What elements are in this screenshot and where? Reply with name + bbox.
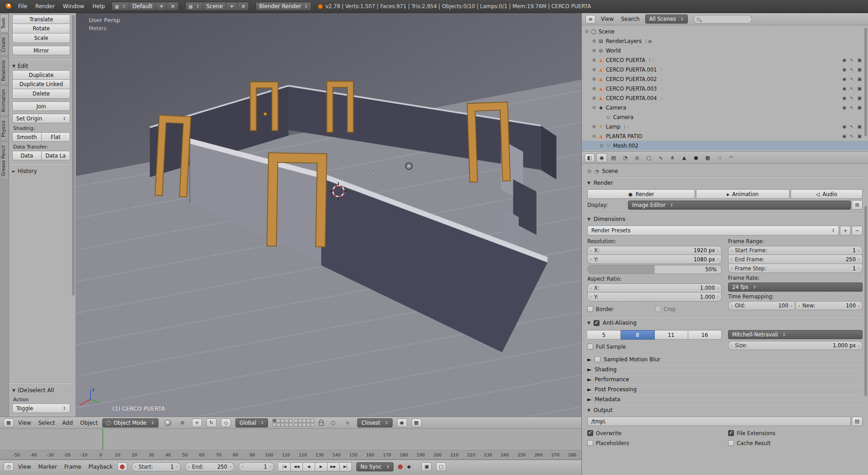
collapsed-panel-header[interactable]: ► Post Processing [586, 384, 863, 394]
collapsed-panel-header[interactable]: ► Shading [586, 364, 863, 374]
pivot-point-dropdown[interactable]: ⊚ [177, 418, 187, 427]
viewport-menu-item[interactable]: Add [62, 420, 73, 426]
expander-icon[interactable]: ⊕ [591, 77, 597, 82]
close-scene-button[interactable]: × [238, 2, 249, 10]
outliner-row[interactable]: ◇ Camera ◉ ↖ ▣ [582, 112, 868, 122]
aa-sample-button[interactable]: 16 [688, 330, 722, 340]
outliner-row[interactable]: ⊕ ▲ CERCO PUERTA.002 ∴ ◉ ↖ ▣ [582, 74, 868, 84]
cache-result-checkbox[interactable]: Cache Result [728, 439, 863, 447]
outliner-scope-dropdown[interactable]: All Scenes [645, 14, 688, 24]
aa-sample-button[interactable]: 5 [587, 330, 621, 340]
current-frame-field[interactable]: 1 [239, 462, 274, 471]
outliner-row[interactable]: ⊖ ◯ Scene ◉ ↖ ▣ [582, 27, 868, 36]
expander-icon[interactable]: ⊖ [591, 105, 597, 110]
renderability-camera-icon[interactable]: ▣ [858, 67, 862, 72]
visibility-eye-icon[interactable]: ◉ [842, 67, 846, 72]
outliner-row[interactable]: ⊕ ▲ CERCO PUERTA | ∴ ◉ ↖ ▣ [582, 55, 868, 65]
overwrite-checkbox[interactable]: Overwrite [587, 429, 722, 437]
remap-old-field[interactable]: Old: 100 [728, 301, 795, 310]
duplicate-button[interactable]: Duplicate [12, 70, 70, 80]
deselect-panel-header[interactable]: ▼ (De)select All ∷∷ [12, 386, 70, 394]
playback-button[interactable]: |◀ [278, 462, 291, 471]
properties-tab[interactable]: ▤ [608, 153, 619, 163]
blender-logo-icon[interactable] [5, 3, 12, 10]
output-path-field[interactable]: /tmp\ [587, 417, 851, 426]
selectability-arrow-icon[interactable]: ↖ [850, 105, 854, 110]
translate-button[interactable]: Translate [12, 14, 70, 24]
opengl-render-image-icon[interactable]: ◉ [397, 418, 407, 427]
panel-checkbox[interactable] [595, 356, 600, 362]
timeline-menu-item[interactable]: View [18, 464, 31, 470]
render-presets-dropdown[interactable]: Render Presets [587, 226, 839, 235]
border-checkbox[interactable]: Border [587, 305, 654, 313]
expander-icon[interactable]: ⊕ [591, 48, 597, 53]
resolution-x-field[interactable]: X: 1920 px [587, 246, 722, 255]
collapsed-panel-header[interactable]: ► Performance [586, 374, 863, 384]
anti-aliasing-checkbox[interactable] [594, 320, 599, 326]
editor-type-3dview-icon[interactable]: ▦ [4, 418, 14, 427]
renderability-camera-icon[interactable]: ▣ [858, 134, 862, 139]
aa-size-field[interactable]: Size: 1.000 px [728, 341, 863, 350]
object-name[interactable]: CERCO PUERTA.003 [606, 86, 657, 92]
tool-shelf-tab[interactable]: Physics [0, 117, 9, 141]
lock-to-scene-icon[interactable] [319, 422, 324, 426]
snap-target-dropdown[interactable]: Closest [357, 418, 392, 427]
renderability-camera-icon[interactable]: ▣ [858, 77, 862, 82]
outliner-row[interactable]: ⊖ ▲ PLANTA PATIO ◉ ↖ ▣ [582, 131, 868, 141]
tool-shelf-tab[interactable]: Tools [0, 14, 9, 33]
scene-name[interactable]: Scene [203, 2, 227, 10]
opengl-render-anim-icon[interactable]: ▦ [412, 418, 422, 427]
3d-viewport-canvas[interactable]: z [76, 13, 581, 417]
join-button[interactable]: Join [12, 101, 70, 111]
object-name[interactable]: Lamp [606, 124, 620, 130]
pin-icon[interactable]: ⊙ [587, 168, 591, 174]
viewport-menu-item[interactable]: View [18, 420, 31, 426]
snap-magnet-icon[interactable]: ∪ [343, 418, 353, 427]
render-audio-button[interactable]: ◁ Audio [791, 189, 863, 199]
menu-item[interactable]: Window [63, 3, 84, 10]
viewport-menu-item[interactable]: Object [80, 420, 98, 426]
output-panel-header[interactable]: ▼Output [587, 405, 863, 415]
viewport-menu-item[interactable]: Select [38, 420, 55, 426]
expander-icon[interactable]: ⊕ [591, 38, 597, 43]
playback-button[interactable]: ◀ [303, 462, 315, 471]
preset-add-button[interactable]: + [840, 226, 851, 235]
properties-tab[interactable]: ◉ [596, 153, 607, 163]
properties-tab[interactable]: ▦ [702, 153, 713, 163]
visibility-eye-icon[interactable]: ◉ [842, 124, 846, 129]
tool-shelf-tab[interactable]: Relations [0, 57, 9, 85]
selectability-arrow-icon[interactable]: ↖ [850, 124, 854, 129]
resolution-y-field[interactable]: Y: 1080 px [587, 255, 722, 264]
playback-button[interactable]: ▶▶ [327, 462, 340, 471]
object-name[interactable]: CERCO PUERTA.002 [606, 76, 657, 82]
tool-shelf-tab[interactable]: Create [0, 34, 9, 56]
outliner-row[interactable]: ⊕ ▲ CERCO PUERTA.003 ∴ ◉ ↖ ▣ [582, 84, 868, 93]
outliner-row[interactable]: ⊕ ▲ CERCO PUERTA.004 ∴ ◉ ↖ ▣ [582, 93, 868, 103]
resolution-percentage-slider[interactable]: 50% [587, 265, 722, 274]
visibility-eye-icon[interactable]: ◉ [842, 86, 846, 91]
record-range-button[interactable] [117, 462, 127, 471]
editor-type-outliner-icon[interactable]: ≡ [585, 15, 595, 24]
delete-button[interactable]: Delete [12, 89, 70, 99]
timeline-menu-item[interactable]: Marker [38, 464, 57, 470]
object-name[interactable]: Scene [599, 29, 614, 35]
keyframe-insert-icon[interactable]: ▣ [422, 462, 432, 471]
editor-type-timeline-icon[interactable]: ◷ [4, 462, 14, 471]
collapsed-panel-header[interactable]: ► Sampled Motion Blur [586, 354, 863, 364]
manipulator-translate-icon[interactable]: + [192, 418, 202, 427]
properties-tab[interactable]: ⋔ [667, 153, 678, 163]
object-name[interactable]: PLANTA PATIO [606, 133, 642, 139]
properties-tab[interactable]: ◔ [620, 153, 631, 163]
selectability-arrow-icon[interactable]: ↖ [850, 86, 854, 91]
expander-icon[interactable]: ⊙ [598, 143, 604, 148]
outliner-row[interactable]: ⊕ ▲ CERCO PUERTA.001 ∴ ◉ ↖ ▣ [582, 65, 868, 74]
file-extensions-checkbox[interactable]: File Extensions [728, 429, 863, 437]
screen-browse-icon[interactable]: ▦ [112, 2, 129, 10]
object-name[interactable]: RenderLayers [606, 38, 642, 44]
outliner-menu-item[interactable]: Search [621, 16, 639, 22]
visibility-eye-icon[interactable]: ◉ [842, 105, 846, 110]
aspect-x-field[interactable]: X: 1.000 [587, 283, 722, 293]
frame-step-field[interactable]: Frame Step: 1 [728, 264, 863, 273]
selectability-arrow-icon[interactable]: ↖ [850, 67, 854, 72]
expander-icon[interactable]: ⊖ [584, 29, 590, 34]
